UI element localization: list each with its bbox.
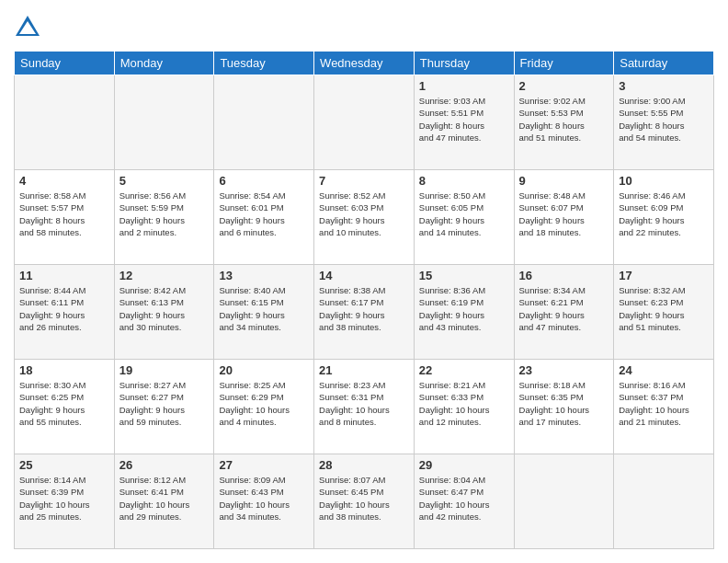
logo-icon — [14, 14, 41, 41]
calendar-cell: 3Sunrise: 9:00 AMSunset: 5:55 PMDaylight… — [614, 75, 714, 170]
calendar-cell: 18Sunrise: 8:30 AMSunset: 6:25 PMDayligh… — [15, 360, 115, 454]
calendar-body: 1Sunrise: 9:03 AMSunset: 5:51 PMDaylight… — [15, 75, 714, 549]
page: SundayMondayTuesdayWednesdayThursdayFrid… — [0, 0, 728, 563]
calendar-cell: 10Sunrise: 8:46 AMSunset: 6:09 PMDayligh… — [614, 170, 714, 265]
calendar-cell: 22Sunrise: 8:21 AMSunset: 6:33 PMDayligh… — [414, 360, 514, 454]
weekday-header-tuesday: Tuesday — [214, 52, 314, 75]
calendar-cell: 8Sunrise: 8:50 AMSunset: 6:05 PMDaylight… — [414, 170, 514, 265]
day-info: Sunrise: 9:02 AMSunset: 5:53 PMDaylight:… — [519, 95, 609, 144]
day-number: 7 — [319, 174, 409, 188]
calendar-cell — [15, 75, 115, 170]
calendar-cell: 24Sunrise: 8:16 AMSunset: 6:37 PMDayligh… — [614, 360, 714, 454]
calendar-cell: 28Sunrise: 8:07 AMSunset: 6:45 PMDayligh… — [314, 454, 415, 549]
calendar-cell: 26Sunrise: 8:12 AMSunset: 6:41 PMDayligh… — [114, 454, 214, 549]
calendar-cell: 19Sunrise: 8:27 AMSunset: 6:27 PMDayligh… — [114, 360, 214, 454]
day-number: 12 — [119, 269, 210, 282]
weekday-header-friday: Friday — [514, 52, 614, 75]
calendar-cell: 4Sunrise: 8:58 AMSunset: 5:57 PMDaylight… — [15, 170, 115, 265]
day-number: 3 — [619, 79, 709, 93]
calendar-week-row: 4Sunrise: 8:58 AMSunset: 5:57 PMDaylight… — [15, 170, 714, 265]
calendar-cell — [614, 454, 714, 549]
calendar-cell: 23Sunrise: 8:18 AMSunset: 6:35 PMDayligh… — [514, 360, 614, 454]
header — [14, 14, 714, 41]
day-info: Sunrise: 8:27 AMSunset: 6:27 PMDaylight:… — [119, 379, 210, 428]
day-info: Sunrise: 8:50 AMSunset: 6:05 PMDaylight:… — [419, 190, 509, 238]
day-info: Sunrise: 8:54 AMSunset: 6:01 PMDaylight:… — [219, 190, 309, 238]
weekday-header-wednesday: Wednesday — [314, 52, 415, 75]
weekday-header-monday: Monday — [114, 52, 214, 75]
calendar-cell: 27Sunrise: 8:09 AMSunset: 6:43 PMDayligh… — [214, 454, 314, 549]
day-number: 20 — [219, 363, 309, 377]
calendar-cell: 7Sunrise: 8:52 AMSunset: 6:03 PMDaylight… — [314, 170, 415, 265]
calendar-cell: 13Sunrise: 8:40 AMSunset: 6:15 PMDayligh… — [214, 265, 314, 360]
day-info: Sunrise: 8:14 AMSunset: 6:39 PMDaylight:… — [19, 474, 109, 523]
calendar-week-row: 25Sunrise: 8:14 AMSunset: 6:39 PMDayligh… — [15, 454, 714, 549]
day-number: 28 — [319, 458, 409, 472]
day-number: 1 — [419, 79, 509, 93]
calendar-cell: 1Sunrise: 9:03 AMSunset: 5:51 PMDaylight… — [414, 75, 514, 170]
day-info: Sunrise: 9:00 AMSunset: 5:55 PMDaylight:… — [619, 95, 709, 144]
day-info: Sunrise: 8:56 AMSunset: 5:59 PMDaylight:… — [119, 190, 210, 238]
day-number: 29 — [419, 458, 509, 472]
day-info: Sunrise: 8:16 AMSunset: 6:37 PMDaylight:… — [619, 379, 709, 428]
calendar-cell — [314, 75, 415, 170]
weekday-header-sunday: Sunday — [15, 52, 115, 75]
day-info: Sunrise: 8:12 AMSunset: 6:41 PMDaylight:… — [119, 474, 210, 523]
calendar-week-row: 1Sunrise: 9:03 AMSunset: 5:51 PMDaylight… — [15, 75, 714, 170]
calendar-cell: 29Sunrise: 8:04 AMSunset: 6:47 PMDayligh… — [414, 454, 514, 549]
calendar-cell: 5Sunrise: 8:56 AMSunset: 5:59 PMDaylight… — [114, 170, 214, 265]
calendar-cell: 21Sunrise: 8:23 AMSunset: 6:31 PMDayligh… — [314, 360, 415, 454]
day-info: Sunrise: 8:34 AMSunset: 6:21 PMDaylight:… — [519, 284, 609, 333]
day-info: Sunrise: 8:58 AMSunset: 5:57 PMDaylight:… — [19, 190, 109, 238]
day-info: Sunrise: 8:46 AMSunset: 6:09 PMDaylight:… — [619, 190, 709, 238]
day-info: Sunrise: 8:44 AMSunset: 6:11 PMDaylight:… — [19, 284, 109, 333]
day-number: 9 — [519, 174, 609, 188]
day-info: Sunrise: 8:25 AMSunset: 6:29 PMDaylight:… — [219, 379, 309, 428]
day-info: Sunrise: 8:42 AMSunset: 6:13 PMDaylight:… — [119, 284, 210, 333]
calendar-cell — [214, 75, 314, 170]
day-info: Sunrise: 8:09 AMSunset: 6:43 PMDaylight:… — [219, 474, 309, 523]
day-number: 13 — [219, 269, 309, 282]
day-info: Sunrise: 8:07 AMSunset: 6:45 PMDaylight:… — [319, 474, 409, 523]
day-info: Sunrise: 8:18 AMSunset: 6:35 PMDaylight:… — [519, 379, 609, 428]
calendar-cell: 17Sunrise: 8:32 AMSunset: 6:23 PMDayligh… — [614, 265, 714, 360]
day-info: Sunrise: 8:38 AMSunset: 6:17 PMDaylight:… — [319, 284, 409, 333]
calendar-table: SundayMondayTuesdayWednesdayThursdayFrid… — [14, 51, 714, 549]
day-info: Sunrise: 8:52 AMSunset: 6:03 PMDaylight:… — [319, 190, 409, 238]
day-number: 14 — [319, 269, 409, 282]
day-number: 25 — [19, 458, 109, 472]
day-info: Sunrise: 8:21 AMSunset: 6:33 PMDaylight:… — [419, 379, 509, 428]
calendar-cell: 16Sunrise: 8:34 AMSunset: 6:21 PMDayligh… — [514, 265, 614, 360]
day-info: Sunrise: 8:48 AMSunset: 6:07 PMDaylight:… — [519, 190, 609, 238]
calendar-header: SundayMondayTuesdayWednesdayThursdayFrid… — [15, 52, 714, 75]
day-number: 21 — [319, 363, 409, 377]
day-number: 24 — [619, 363, 709, 377]
day-number: 8 — [419, 174, 509, 188]
day-info: Sunrise: 8:32 AMSunset: 6:23 PMDaylight:… — [619, 284, 709, 333]
day-number: 2 — [519, 79, 609, 93]
day-number: 15 — [419, 269, 509, 282]
calendar-cell: 6Sunrise: 8:54 AMSunset: 6:01 PMDaylight… — [214, 170, 314, 265]
day-number: 4 — [19, 174, 109, 188]
day-info: Sunrise: 8:36 AMSunset: 6:19 PMDaylight:… — [419, 284, 509, 333]
day-number: 10 — [619, 174, 709, 188]
day-info: Sunrise: 8:04 AMSunset: 6:47 PMDaylight:… — [419, 474, 509, 523]
weekday-header-row: SundayMondayTuesdayWednesdayThursdayFrid… — [15, 52, 714, 75]
calendar-cell: 9Sunrise: 8:48 AMSunset: 6:07 PMDaylight… — [514, 170, 614, 265]
day-number: 11 — [19, 269, 109, 282]
weekday-header-saturday: Saturday — [614, 52, 714, 75]
calendar-cell: 15Sunrise: 8:36 AMSunset: 6:19 PMDayligh… — [414, 265, 514, 360]
calendar-cell: 2Sunrise: 9:02 AMSunset: 5:53 PMDaylight… — [514, 75, 614, 170]
day-number: 17 — [619, 269, 709, 282]
calendar-week-row: 18Sunrise: 8:30 AMSunset: 6:25 PMDayligh… — [15, 360, 714, 454]
day-info: Sunrise: 8:40 AMSunset: 6:15 PMDaylight:… — [219, 284, 309, 333]
day-number: 5 — [119, 174, 210, 188]
calendar-cell — [114, 75, 214, 170]
day-number: 27 — [219, 458, 309, 472]
day-info: Sunrise: 8:23 AMSunset: 6:31 PMDaylight:… — [319, 379, 409, 428]
calendar-cell: 14Sunrise: 8:38 AMSunset: 6:17 PMDayligh… — [314, 265, 415, 360]
day-number: 23 — [519, 363, 609, 377]
calendar-cell: 20Sunrise: 8:25 AMSunset: 6:29 PMDayligh… — [214, 360, 314, 454]
calendar-cell: 25Sunrise: 8:14 AMSunset: 6:39 PMDayligh… — [15, 454, 115, 549]
day-number: 22 — [419, 363, 509, 377]
